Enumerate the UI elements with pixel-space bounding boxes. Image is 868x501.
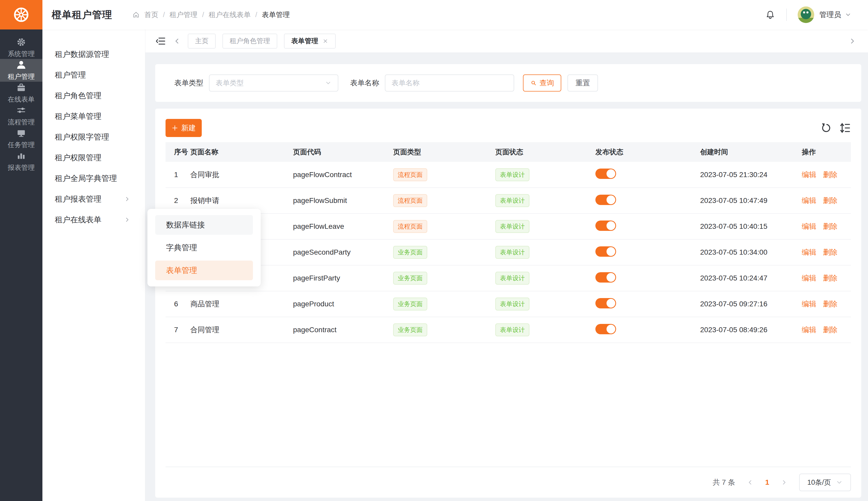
page-name: 合同管理: [190, 326, 219, 334]
popup-item-dict-management[interactable]: 字典管理: [155, 238, 253, 257]
page-number[interactable]: 1: [765, 478, 769, 487]
sidebar-item-task[interactable]: 任务管理: [0, 127, 42, 150]
form-type-label: 表单类型: [174, 78, 203, 88]
page-size-select[interactable]: 10条/页: [799, 473, 851, 491]
search-button[interactable]: 查询: [523, 74, 561, 92]
table-header-row: 序号 页面名称 页面代码 页面类型 页面状态 发布状态 创建时间 操作: [166, 142, 851, 162]
delete-link[interactable]: 删除: [823, 274, 837, 282]
cell-page-status: 表单设计: [495, 214, 595, 239]
delete-link[interactable]: 删除: [823, 196, 837, 204]
form-design-tag[interactable]: 表单设计: [495, 194, 529, 207]
publish-toggle[interactable]: [595, 246, 616, 257]
page-code: pageSecondParty: [293, 248, 351, 256]
edit-link[interactable]: 编辑: [802, 222, 816, 230]
cell-page-type: 业务页面: [393, 239, 495, 265]
col-header-actions: 操作: [802, 142, 851, 162]
page-name: 商品管理: [190, 300, 219, 308]
edit-link[interactable]: 编辑: [802, 274, 816, 282]
form-design-tag[interactable]: 表单设计: [495, 246, 529, 259]
breadcrumb-item[interactable]: 租户管理: [170, 10, 198, 19]
app-logo[interactable]: [0, 0, 42, 30]
popup-item-form-management[interactable]: 表单管理: [155, 260, 253, 280]
line-height-settings-icon[interactable]: [839, 122, 851, 134]
create-button[interactable]: 新建: [166, 119, 202, 137]
tabs-scroll-right-icon[interactable]: [848, 37, 857, 45]
sidebar-item-tenant[interactable]: 租户管理: [0, 59, 42, 82]
notification-bell-button[interactable]: [765, 10, 775, 20]
form-name-input[interactable]: [385, 74, 514, 92]
delete-link[interactable]: 删除: [823, 171, 837, 179]
next-page-icon[interactable]: [781, 479, 788, 486]
delete-link[interactable]: 删除: [823, 222, 837, 230]
edit-link[interactable]: 编辑: [802, 326, 816, 334]
form-design-tag[interactable]: 表单设计: [495, 168, 529, 181]
submenu-item-online-form[interactable]: 租户在线表单: [42, 210, 145, 230]
close-icon[interactable]: [322, 38, 328, 44]
cell-page-code: pageFlowSubmit: [293, 188, 393, 214]
form-design-tag[interactable]: 表单设计: [495, 298, 529, 310]
tab-form-management[interactable]: 表单管理: [284, 34, 336, 49]
created-time: 2023-07-05 10:40:15: [700, 222, 768, 230]
cell-page-status: 表单设计: [495, 162, 595, 188]
tab-tenant-role[interactable]: 租户角色管理: [222, 34, 277, 49]
submenu-label: 租户权限字管理: [55, 132, 109, 142]
submenu-item-tenant[interactable]: 租户管理: [42, 65, 145, 85]
cell-page-name: 合同审批: [190, 162, 293, 188]
submenu-item-perm[interactable]: 租户权限管理: [42, 147, 145, 168]
table-body: 1 合同审批 pageFlowContract 流程页面 表单设计 2023-0…: [166, 162, 851, 343]
publish-toggle[interactable]: [595, 324, 616, 334]
breadcrumb-item[interactable]: 租户在线表单: [209, 10, 251, 19]
sidebar-item-label: 租户管理: [8, 72, 35, 81]
publish-toggle[interactable]: [595, 195, 616, 205]
chevron-down-icon[interactable]: [845, 11, 851, 18]
prev-page-icon[interactable]: [747, 479, 754, 486]
submenu-item-perm-word[interactable]: 租户权限字管理: [42, 127, 145, 147]
collapse-sidebar-icon[interactable]: [156, 36, 166, 46]
chevron-right-icon: [124, 196, 131, 202]
delete-link[interactable]: 删除: [823, 326, 837, 334]
page-type-tag: 业务页面: [393, 323, 427, 336]
table-row: 6 商品管理 pageProduct 业务页面 表单设计 2023-07-05 …: [166, 291, 851, 317]
submenu-item-report[interactable]: 租户报表管理: [42, 189, 145, 210]
refresh-icon[interactable]: [821, 122, 832, 134]
delete-link[interactable]: 删除: [823, 248, 837, 256]
tab-label: 主页: [195, 36, 209, 45]
sidebar-item-online-form[interactable]: 在线表单: [0, 82, 42, 105]
publish-toggle[interactable]: [595, 221, 616, 231]
page-code: pageFlowLeave: [293, 222, 344, 230]
submenu-item-role[interactable]: 租户角色管理: [42, 85, 145, 106]
sidebar-item-flow[interactable]: 流程管理: [0, 105, 42, 127]
breadcrumb-item-current: 表单管理: [262, 10, 290, 19]
user-avatar[interactable]: [798, 7, 814, 23]
edit-link[interactable]: 编辑: [802, 196, 816, 204]
col-header-created: 创建时间: [700, 142, 802, 162]
submenu-item-menu[interactable]: 租户菜单管理: [42, 106, 145, 127]
form-design-tag[interactable]: 表单设计: [495, 323, 529, 336]
edit-link[interactable]: 编辑: [802, 171, 816, 179]
chevron-right-icon: [124, 216, 131, 223]
page-code: pageFlowContract: [293, 171, 352, 179]
tab-home[interactable]: 主页: [188, 34, 216, 49]
breadcrumb-item[interactable]: 首页: [144, 10, 158, 19]
cell-page-status: 表单设计: [495, 239, 595, 265]
publish-toggle[interactable]: [595, 272, 616, 283]
edit-link[interactable]: 编辑: [802, 248, 816, 256]
row-number: 7: [174, 326, 178, 334]
sidebar-item-report[interactable]: 报表管理: [0, 150, 42, 173]
primary-sidebar: 系统管理 租户管理 在线表单 流程管理 任务管理 报表管理: [0, 0, 42, 501]
form-design-tag[interactable]: 表单设计: [495, 272, 529, 285]
bell-icon: [765, 10, 775, 20]
reset-button[interactable]: 重置: [568, 74, 598, 92]
form-design-tag[interactable]: 表单设计: [495, 220, 529, 233]
user-name[interactable]: 管理员: [819, 10, 841, 20]
submenu-item-datasource[interactable]: 租户数据源管理: [42, 44, 145, 65]
edit-link[interactable]: 编辑: [802, 300, 816, 308]
delete-link[interactable]: 删除: [823, 300, 837, 308]
publish-toggle[interactable]: [595, 298, 616, 308]
publish-toggle[interactable]: [595, 169, 616, 179]
popup-item-database-link[interactable]: 数据库链接: [155, 215, 253, 235]
submenu-item-dict[interactable]: 租户全局字典管理: [42, 168, 145, 189]
tabs-scroll-left-icon[interactable]: [173, 37, 181, 45]
sidebar-item-system[interactable]: 系统管理: [0, 36, 42, 59]
form-type-select[interactable]: 表单类型: [209, 74, 338, 92]
